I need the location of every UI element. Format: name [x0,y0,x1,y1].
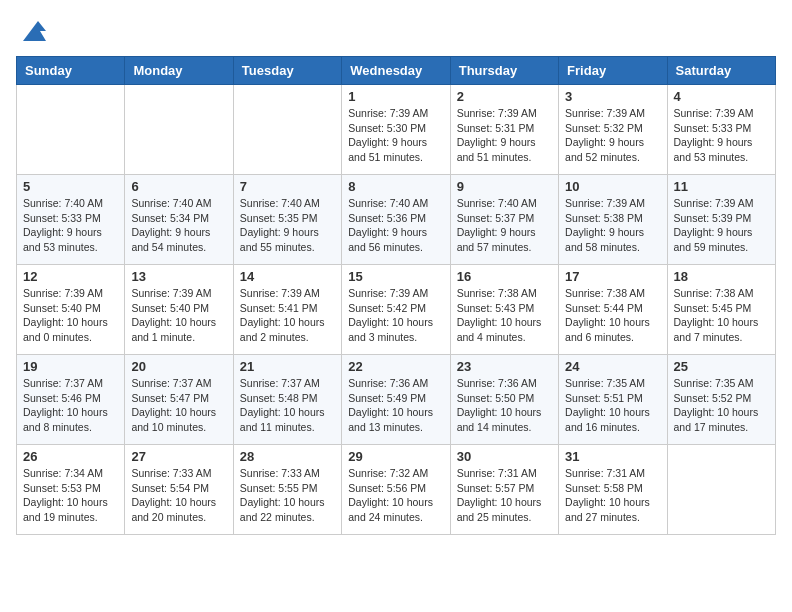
calendar-cell: 27Sunrise: 7:33 AM Sunset: 5:54 PM Dayli… [125,445,233,535]
day-info: Sunrise: 7:39 AM Sunset: 5:39 PM Dayligh… [674,196,769,255]
calendar-cell: 21Sunrise: 7:37 AM Sunset: 5:48 PM Dayli… [233,355,341,445]
day-info: Sunrise: 7:39 AM Sunset: 5:40 PM Dayligh… [131,286,226,345]
calendar-cell: 29Sunrise: 7:32 AM Sunset: 5:56 PM Dayli… [342,445,450,535]
day-info: Sunrise: 7:39 AM Sunset: 5:38 PM Dayligh… [565,196,660,255]
calendar-cell: 19Sunrise: 7:37 AM Sunset: 5:46 PM Dayli… [17,355,125,445]
day-number: 10 [565,179,660,194]
day-number: 20 [131,359,226,374]
day-info: Sunrise: 7:36 AM Sunset: 5:50 PM Dayligh… [457,376,552,435]
header-wednesday: Wednesday [342,57,450,85]
day-info: Sunrise: 7:40 AM Sunset: 5:35 PM Dayligh… [240,196,335,255]
day-info: Sunrise: 7:40 AM Sunset: 5:36 PM Dayligh… [348,196,443,255]
header-saturday: Saturday [667,57,775,85]
day-number: 18 [674,269,769,284]
day-info: Sunrise: 7:39 AM Sunset: 5:33 PM Dayligh… [674,106,769,165]
day-number: 26 [23,449,118,464]
calendar-cell: 9Sunrise: 7:40 AM Sunset: 5:37 PM Daylig… [450,175,558,265]
day-info: Sunrise: 7:31 AM Sunset: 5:57 PM Dayligh… [457,466,552,525]
day-number: 14 [240,269,335,284]
calendar-cell: 22Sunrise: 7:36 AM Sunset: 5:49 PM Dayli… [342,355,450,445]
day-info: Sunrise: 7:38 AM Sunset: 5:45 PM Dayligh… [674,286,769,345]
day-info: Sunrise: 7:36 AM Sunset: 5:49 PM Dayligh… [348,376,443,435]
calendar-cell: 13Sunrise: 7:39 AM Sunset: 5:40 PM Dayli… [125,265,233,355]
calendar-cell: 8Sunrise: 7:40 AM Sunset: 5:36 PM Daylig… [342,175,450,265]
day-number: 6 [131,179,226,194]
calendar-cell: 31Sunrise: 7:31 AM Sunset: 5:58 PM Dayli… [559,445,667,535]
calendar-cell: 11Sunrise: 7:39 AM Sunset: 5:39 PM Dayli… [667,175,775,265]
calendar-cell: 26Sunrise: 7:34 AM Sunset: 5:53 PM Dayli… [17,445,125,535]
calendar-cell: 12Sunrise: 7:39 AM Sunset: 5:40 PM Dayli… [17,265,125,355]
page-header [16,16,776,46]
calendar-header-row: SundayMondayTuesdayWednesdayThursdayFrid… [17,57,776,85]
calendar-cell [233,85,341,175]
day-info: Sunrise: 7:35 AM Sunset: 5:51 PM Dayligh… [565,376,660,435]
calendar-cell: 25Sunrise: 7:35 AM Sunset: 5:52 PM Dayli… [667,355,775,445]
day-number: 13 [131,269,226,284]
day-number: 12 [23,269,118,284]
day-info: Sunrise: 7:40 AM Sunset: 5:37 PM Dayligh… [457,196,552,255]
svg-marker-0 [23,21,46,41]
calendar-cell: 2Sunrise: 7:39 AM Sunset: 5:31 PM Daylig… [450,85,558,175]
week-row-1: 1Sunrise: 7:39 AM Sunset: 5:30 PM Daylig… [17,85,776,175]
day-number: 28 [240,449,335,464]
day-info: Sunrise: 7:33 AM Sunset: 5:55 PM Dayligh… [240,466,335,525]
header-sunday: Sunday [17,57,125,85]
calendar-cell: 7Sunrise: 7:40 AM Sunset: 5:35 PM Daylig… [233,175,341,265]
day-info: Sunrise: 7:39 AM Sunset: 5:31 PM Dayligh… [457,106,552,165]
day-info: Sunrise: 7:39 AM Sunset: 5:41 PM Dayligh… [240,286,335,345]
day-info: Sunrise: 7:40 AM Sunset: 5:33 PM Dayligh… [23,196,118,255]
calendar-cell [125,85,233,175]
calendar-cell: 3Sunrise: 7:39 AM Sunset: 5:32 PM Daylig… [559,85,667,175]
day-number: 4 [674,89,769,104]
day-number: 5 [23,179,118,194]
day-number: 9 [457,179,552,194]
header-monday: Monday [125,57,233,85]
week-row-2: 5Sunrise: 7:40 AM Sunset: 5:33 PM Daylig… [17,175,776,265]
calendar-cell [17,85,125,175]
day-number: 30 [457,449,552,464]
calendar-cell: 1Sunrise: 7:39 AM Sunset: 5:30 PM Daylig… [342,85,450,175]
day-info: Sunrise: 7:37 AM Sunset: 5:48 PM Dayligh… [240,376,335,435]
day-info: Sunrise: 7:39 AM Sunset: 5:40 PM Dayligh… [23,286,118,345]
day-info: Sunrise: 7:39 AM Sunset: 5:42 PM Dayligh… [348,286,443,345]
calendar: SundayMondayTuesdayWednesdayThursdayFrid… [16,56,776,535]
calendar-cell: 18Sunrise: 7:38 AM Sunset: 5:45 PM Dayli… [667,265,775,355]
day-number: 22 [348,359,443,374]
day-number: 8 [348,179,443,194]
day-number: 15 [348,269,443,284]
header-friday: Friday [559,57,667,85]
day-info: Sunrise: 7:39 AM Sunset: 5:32 PM Dayligh… [565,106,660,165]
calendar-cell: 10Sunrise: 7:39 AM Sunset: 5:38 PM Dayli… [559,175,667,265]
logo-text [16,16,48,46]
day-number: 7 [240,179,335,194]
day-number: 11 [674,179,769,194]
day-info: Sunrise: 7:38 AM Sunset: 5:43 PM Dayligh… [457,286,552,345]
calendar-cell: 14Sunrise: 7:39 AM Sunset: 5:41 PM Dayli… [233,265,341,355]
calendar-cell: 17Sunrise: 7:38 AM Sunset: 5:44 PM Dayli… [559,265,667,355]
day-info: Sunrise: 7:35 AM Sunset: 5:52 PM Dayligh… [674,376,769,435]
day-number: 1 [348,89,443,104]
day-number: 17 [565,269,660,284]
day-info: Sunrise: 7:33 AM Sunset: 5:54 PM Dayligh… [131,466,226,525]
day-info: Sunrise: 7:32 AM Sunset: 5:56 PM Dayligh… [348,466,443,525]
week-row-5: 26Sunrise: 7:34 AM Sunset: 5:53 PM Dayli… [17,445,776,535]
week-row-4: 19Sunrise: 7:37 AM Sunset: 5:46 PM Dayli… [17,355,776,445]
day-number: 16 [457,269,552,284]
header-thursday: Thursday [450,57,558,85]
calendar-cell: 20Sunrise: 7:37 AM Sunset: 5:47 PM Dayli… [125,355,233,445]
logo-icon [18,16,48,46]
day-number: 19 [23,359,118,374]
header-tuesday: Tuesday [233,57,341,85]
week-row-3: 12Sunrise: 7:39 AM Sunset: 5:40 PM Dayli… [17,265,776,355]
day-info: Sunrise: 7:38 AM Sunset: 5:44 PM Dayligh… [565,286,660,345]
logo [16,16,48,46]
day-number: 21 [240,359,335,374]
calendar-cell: 24Sunrise: 7:35 AM Sunset: 5:51 PM Dayli… [559,355,667,445]
day-number: 24 [565,359,660,374]
day-info: Sunrise: 7:39 AM Sunset: 5:30 PM Dayligh… [348,106,443,165]
calendar-cell [667,445,775,535]
day-number: 2 [457,89,552,104]
day-info: Sunrise: 7:34 AM Sunset: 5:53 PM Dayligh… [23,466,118,525]
calendar-cell: 15Sunrise: 7:39 AM Sunset: 5:42 PM Dayli… [342,265,450,355]
calendar-cell: 28Sunrise: 7:33 AM Sunset: 5:55 PM Dayli… [233,445,341,535]
